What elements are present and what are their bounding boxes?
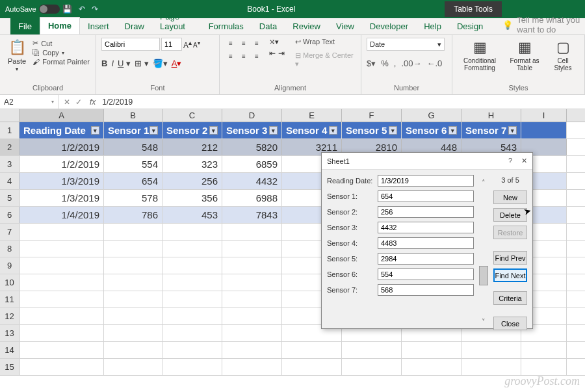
cell[interactable] — [162, 291, 222, 307]
increase-decimal-button[interactable]: .00→ — [401, 59, 421, 68]
cell[interactable] — [162, 257, 222, 274]
cell[interactable]: 1/4/2019 — [20, 207, 104, 223]
cell[interactable] — [162, 241, 222, 257]
cell[interactable] — [222, 291, 282, 307]
cell[interactable] — [222, 224, 282, 240]
cell[interactable] — [162, 274, 222, 291]
col-header-F[interactable]: F — [342, 109, 402, 122]
comma-button[interactable]: , — [394, 59, 396, 68]
fx-icon[interactable]: fx — [87, 98, 98, 107]
cell[interactable] — [222, 359, 282, 375]
tab-developer[interactable]: Developer — [362, 18, 416, 34]
scroll-thumb[interactable] — [479, 266, 488, 285]
cell[interactable] — [402, 342, 462, 358]
help-icon[interactable]: ? — [508, 157, 512, 165]
col-header-D[interactable]: D — [222, 109, 282, 122]
tab-draw[interactable]: Draw — [117, 18, 152, 34]
cell[interactable] — [222, 325, 282, 341]
table-header[interactable]: Sensor 5▾ — [342, 122, 402, 138]
form-field-input[interactable] — [378, 206, 474, 218]
percent-button[interactable]: % — [381, 59, 389, 68]
form-field-input[interactable] — [378, 175, 474, 187]
cell[interactable]: 4432 — [222, 173, 282, 189]
autosave-toggle[interactable]: AutoSave Off — [5, 5, 52, 14]
tab-design[interactable]: Design — [449, 18, 491, 34]
formula-input[interactable]: 1/2/2019 — [98, 98, 136, 107]
cell[interactable] — [462, 342, 521, 358]
fill-color-button[interactable]: 🪣▾ — [153, 59, 168, 68]
cell[interactable]: 453 — [162, 207, 222, 223]
cell[interactable]: 578 — [104, 190, 162, 206]
col-header-B[interactable]: B — [104, 109, 162, 122]
find-prev-button[interactable]: Find Prev — [493, 251, 527, 265]
close-button[interactable]: Close — [493, 317, 527, 330]
form-field-input[interactable] — [378, 222, 474, 233]
cell[interactable] — [521, 342, 567, 358]
cell[interactable] — [104, 274, 162, 291]
row-header[interactable]: 8 — [0, 241, 20, 257]
form-field-input[interactable] — [378, 237, 474, 249]
format-painter-button[interactable]: 🖌Format Painter — [32, 58, 90, 66]
cell[interactable] — [162, 342, 222, 358]
form-field-input[interactable] — [378, 268, 474, 280]
filter-icon[interactable]: ▾ — [508, 126, 517, 135]
cell[interactable]: 323 — [162, 156, 222, 172]
row-header[interactable]: 14 — [0, 342, 20, 358]
cell[interactable] — [20, 241, 104, 257]
cell[interactable] — [222, 257, 282, 274]
tab-page-layout[interactable]: Page Layout — [152, 8, 201, 34]
cell-styles-button[interactable]: ▢Cell Styles — [547, 38, 578, 73]
row-header[interactable]: 5 — [0, 190, 20, 206]
copy-button[interactable]: ⿻Copy▾ — [32, 49, 90, 57]
cell[interactable] — [222, 308, 282, 324]
cell[interactable] — [20, 325, 104, 341]
criteria-button[interactable]: Criteria — [493, 291, 527, 305]
cell[interactable] — [104, 308, 162, 324]
filter-icon[interactable]: ▾ — [91, 126, 99, 135]
cell[interactable] — [104, 342, 162, 358]
cell[interactable]: 356 — [162, 190, 222, 206]
font-size-select[interactable] — [161, 38, 182, 51]
table-header[interactable]: Sensor 3▾ — [222, 122, 282, 138]
cell[interactable]: 1/3/2019 — [20, 190, 104, 206]
paste-button[interactable]: 📋 Paste ▾ — [5, 38, 29, 73]
cell[interactable] — [222, 241, 282, 257]
table-header[interactable]: Reading Date▾ — [20, 122, 104, 138]
wrap-text-button[interactable]: ↩ Wrap Text — [295, 38, 356, 46]
cell[interactable] — [222, 342, 282, 358]
cut-button[interactable]: ✂Cut — [32, 39, 90, 47]
row-header[interactable]: 10 — [0, 274, 20, 291]
bold-button[interactable]: B — [101, 59, 107, 68]
cell[interactable]: 5820 — [222, 139, 282, 155]
cell[interactable]: 1/2/2019 — [20, 156, 104, 172]
cell[interactable]: 548 — [104, 139, 162, 155]
horizontal-align[interactable]: ≡≡≡ — [225, 51, 263, 61]
col-header-A[interactable]: A — [20, 109, 104, 122]
table-header[interactable]: Sensor 1▾ — [104, 122, 162, 138]
cell[interactable]: 1/3/2019 — [20, 173, 104, 189]
cell[interactable]: 554 — [104, 156, 162, 172]
number-format-select[interactable]: Date▾ — [367, 38, 445, 51]
cell[interactable] — [282, 359, 342, 375]
tab-insert[interactable]: Insert — [80, 18, 117, 34]
tab-data[interactable]: Data — [252, 18, 285, 34]
filter-icon[interactable]: ▾ — [448, 126, 457, 135]
cell[interactable]: 212 — [162, 139, 222, 155]
row-header[interactable]: 9 — [0, 257, 20, 274]
currency-button[interactable]: $▾ — [367, 59, 376, 68]
format-as-table-button[interactable]: ▦Format as Table — [506, 38, 543, 73]
cell[interactable] — [104, 257, 162, 274]
col-header-E[interactable]: E — [282, 109, 342, 122]
select-all-corner[interactable] — [0, 109, 20, 122]
cell[interactable] — [162, 224, 222, 240]
cell[interactable]: 654 — [104, 173, 162, 189]
cell[interactable]: 6859 — [222, 156, 282, 172]
scroll-up-icon[interactable]: ˄ — [482, 179, 486, 187]
cell[interactable]: 786 — [104, 207, 162, 223]
close-icon[interactable]: ✕ — [521, 157, 527, 165]
filter-icon[interactable]: ▾ — [389, 126, 397, 135]
table-header[interactable]: Sensor 2▾ — [162, 122, 222, 138]
form-scrollbar[interactable]: ˄ ˅ — [479, 175, 488, 330]
cell[interactable] — [462, 359, 521, 375]
italic-button[interactable]: I — [111, 59, 114, 68]
